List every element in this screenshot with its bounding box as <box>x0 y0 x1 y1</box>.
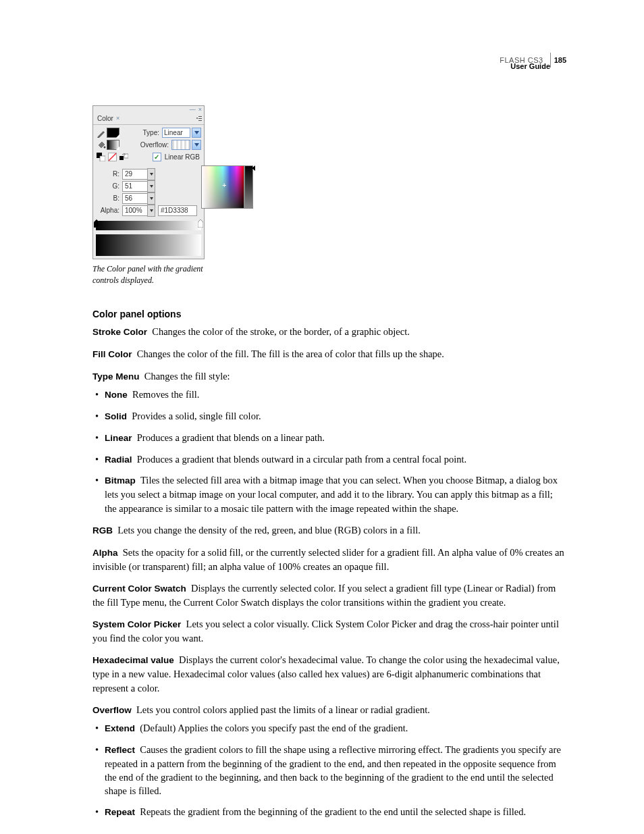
gradient-bar[interactable] <box>96 221 201 230</box>
alpha-input[interactable]: 100% <box>122 205 148 216</box>
color-panel-figure: — × Color × <box>92 105 206 286</box>
slider-indicator-icon[interactable] <box>252 165 255 171</box>
brightness-slider[interactable] <box>244 165 253 209</box>
def-system-picker: System Color Picker Lets you select a co… <box>92 617 566 645</box>
term-current-swatch: Current Color Swatch <box>92 583 186 594</box>
def-overflow: Overflow Lets you control colors applied… <box>92 703 566 717</box>
g-input[interactable]: 51 <box>122 181 148 192</box>
def-current-swatch: Current Color Swatch Displays the curren… <box>92 581 566 609</box>
gradient-stop-right[interactable] <box>198 219 203 226</box>
term-none: None <box>105 390 128 400</box>
def-alpha: Alpha Sets the opacity for a solid fill,… <box>92 546 566 573</box>
content: Color panel options Stroke Color Changes… <box>92 308 566 820</box>
list-item: None Removes the fill. <box>95 388 566 402</box>
swap-colors-icon[interactable] <box>119 153 128 162</box>
overflow-select[interactable] <box>171 140 190 150</box>
bucket-icon <box>96 140 107 150</box>
black-white-icon[interactable] <box>96 153 105 162</box>
stroke-color-swatch[interactable] <box>107 128 119 138</box>
term-type-menu: Type Menu <box>92 371 140 382</box>
panel-menu-icon[interactable] <box>196 115 202 122</box>
def-hex: Hexadecimal value Displays the current c… <box>92 653 566 694</box>
list-item: Reflect Causes the gradient colors to fi… <box>95 743 566 798</box>
type-menu-list: None Removes the fill. Solid Provides a … <box>92 388 566 515</box>
b-label: B: <box>96 194 119 203</box>
type-select[interactable]: Linear <box>162 128 190 138</box>
tab-color-label: Color <box>97 114 113 124</box>
tab-color[interactable]: Color × <box>93 113 123 124</box>
type-select-value: Linear <box>164 128 183 138</box>
overflow-label: Overflow: <box>140 140 169 150</box>
color-picker-field[interactable]: + <box>201 165 244 209</box>
list-item: Linear Produces a gradient that blends o… <box>95 431 566 445</box>
term-stroke-color: Stroke Color <box>92 327 147 337</box>
fill-color-swatch[interactable] <box>107 140 119 150</box>
alpha-spinner[interactable] <box>147 205 155 217</box>
r-label: R: <box>96 170 119 179</box>
desc-stroke-color: Changes the color of the stroke, or the … <box>152 326 410 337</box>
svg-rect-10 <box>124 154 128 158</box>
svg-rect-9 <box>119 156 124 160</box>
def-fill-color: Fill Color Changes the color of the fill… <box>92 347 566 361</box>
hex-input[interactable]: #1D3338 <box>158 205 197 216</box>
term-system-picker: System Color Picker <box>92 619 181 629</box>
type-select-arrow[interactable] <box>192 128 201 138</box>
g-label: G: <box>96 182 119 191</box>
no-color-icon[interactable] <box>107 153 117 162</box>
alpha-label: Alpha: <box>96 206 119 215</box>
def-type-menu: Type Menu Changes the fill style: <box>92 369 566 384</box>
desc-extend: (Default) Applies the colors you specify… <box>140 723 408 733</box>
desc-fill-color: Changes the color of the fill. The fill … <box>137 348 444 359</box>
section-title: Color panel options <box>92 308 566 321</box>
term-hex: Hexadecimal value <box>92 655 174 665</box>
linear-rgb-label: Linear RGB <box>165 153 200 162</box>
close-icon[interactable]: × <box>198 107 202 113</box>
term-rgb: RGB <box>92 525 113 536</box>
def-rgb: RGB Lets you change the density of the r… <box>92 523 566 538</box>
desc-repeat: Repeats the gradient from the beginning … <box>140 806 526 817</box>
svg-point-4 <box>104 146 106 148</box>
b-spinner[interactable] <box>147 192 155 205</box>
svg-rect-2 <box>198 118 202 119</box>
svg-point-0 <box>196 118 198 119</box>
pencil-icon <box>96 128 107 138</box>
svg-rect-3 <box>198 120 202 121</box>
term-reflect: Reflect <box>105 745 135 755</box>
page-header: FLASH CS3 185 User Guide <box>500 53 566 77</box>
term-radial: Radial <box>105 454 132 465</box>
def-stroke-color: Stroke Color Changes the color of the st… <box>92 325 566 339</box>
minimize-icon[interactable]: — <box>190 107 196 113</box>
desc-rgb: Lets you change the density of the red, … <box>117 525 421 536</box>
term-repeat: Repeat <box>105 807 135 817</box>
figure-caption: The Color panel with the gradient contro… <box>92 263 206 286</box>
desc-type-menu: Changes the fill style: <box>144 371 230 382</box>
desc-alpha: Sets the opacity for a solid fill, or th… <box>92 547 564 572</box>
desc-linear: Produces a gradient that blends on a lin… <box>137 432 325 443</box>
list-item: Repeat Repeats the gradient from the beg… <box>95 805 566 819</box>
desc-radial: Produces a gradient that blends outward … <box>137 454 466 465</box>
overflow-list: Extend (Default) Applies the colors you … <box>92 721 566 820</box>
gradient-preview <box>96 234 201 256</box>
term-bitmap: Bitmap <box>105 475 136 486</box>
overflow-select-arrow[interactable] <box>192 140 201 150</box>
color-panel: — × Color × <box>92 105 205 259</box>
list-item: Bitmap Tiles the selected fill area with… <box>95 473 566 515</box>
r-spinner[interactable] <box>147 168 155 180</box>
desc-overflow: Lets you control colors applied past the… <box>136 704 430 715</box>
tab-close-icon[interactable]: × <box>116 114 119 123</box>
r-input[interactable]: 29 <box>122 169 148 180</box>
term-solid: Solid <box>105 411 127 421</box>
term-extend: Extend <box>105 723 135 733</box>
desc-reflect: Causes the gradient colors to fill the s… <box>105 744 561 796</box>
b-input[interactable]: 56 <box>122 193 148 204</box>
term-linear: Linear <box>105 433 132 443</box>
list-item: Solid Provides a solid, single fill colo… <box>95 409 566 423</box>
linear-rgb-checkbox[interactable]: ✓ <box>153 153 161 161</box>
desc-solid: Provides a solid, single fill color. <box>132 411 261 421</box>
g-spinner[interactable] <box>147 180 155 192</box>
desc-bitmap: Tiles the selected fill area with a bitm… <box>105 475 558 513</box>
term-overflow: Overflow <box>92 705 132 715</box>
gradient-stop-left[interactable] <box>94 219 99 226</box>
list-item: Extend (Default) Applies the colors you … <box>95 721 566 735</box>
page: FLASH CS3 185 User Guide — × Color × <box>0 0 644 834</box>
